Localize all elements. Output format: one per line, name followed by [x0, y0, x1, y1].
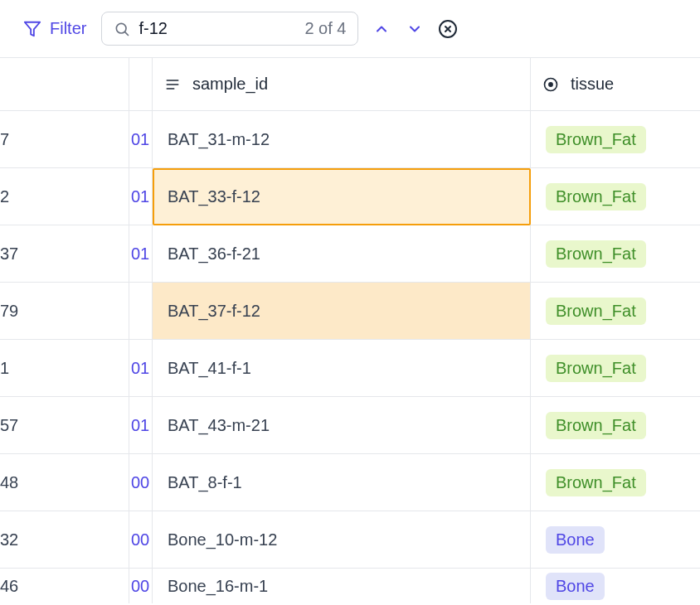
header-label-sample-id: sample_id — [192, 75, 268, 94]
cell-col1[interactable]: 48 — [0, 454, 129, 511]
header-cell-blank-1 — [0, 58, 129, 111]
tissue-tag: Brown_Fat — [546, 126, 646, 153]
cell-sample-id[interactable]: BAT_31-m-12 — [153, 111, 531, 168]
svg-line-2 — [125, 31, 129, 35]
cell-sample-id[interactable]: BAT_37-f-12 — [153, 283, 531, 340]
header-label-tissue: tissue — [571, 75, 614, 94]
tissue-tag: Brown_Fat — [546, 183, 646, 211]
cell-tissue[interactable]: Brown_Fat — [531, 111, 700, 168]
cell-tissue[interactable]: Bone — [531, 569, 700, 603]
cell-sample-id[interactable]: BAT_8-f-1 — [153, 454, 531, 511]
cell-col1[interactable]: 32 — [0, 511, 129, 569]
tissue-tag: Brown_Fat — [546, 240, 646, 268]
cell-tissue[interactable]: Brown_Fat — [531, 340, 700, 397]
search-result-count: 2 of 4 — [304, 19, 346, 38]
search-icon — [114, 21, 130, 37]
cell-sample-id[interactable]: BAT_36-f-21 — [153, 225, 531, 283]
tissue-tag: Brown_Fat — [546, 412, 646, 439]
cell-tissue[interactable]: Brown_Fat — [531, 168, 700, 225]
category-column-icon — [542, 76, 559, 93]
text-column-icon — [164, 76, 181, 93]
cell-col2[interactable]: 01 — [129, 397, 153, 454]
cell-sample-id[interactable]: BAT_43-m-21 — [153, 397, 531, 454]
cell-col1[interactable]: 57 — [0, 397, 129, 454]
cell-col2[interactable]: 00 — [129, 511, 153, 569]
svg-point-10 — [549, 82, 552, 85]
search-nav — [373, 21, 423, 37]
cell-sample-id[interactable]: Bone_10-m-12 — [153, 511, 531, 569]
search-next-button[interactable] — [406, 21, 423, 37]
cell-col1[interactable]: 37 — [0, 225, 129, 283]
filter-label: Filter — [50, 19, 86, 38]
tissue-tag: Brown_Fat — [546, 298, 646, 325]
cell-col2[interactable]: 00 — [129, 454, 153, 511]
cell-col2[interactable]: 00 — [129, 569, 153, 603]
cell-col1[interactable]: 7 — [0, 111, 129, 168]
toolbar: Filter 2 of 4 — [0, 0, 700, 58]
header-cell-blank-2 — [129, 58, 153, 111]
tissue-tag: Bone — [546, 526, 605, 554]
tissue-tag: Brown_Fat — [546, 469, 646, 496]
close-search-button[interactable] — [438, 19, 458, 39]
cell-col1[interactable]: 79 — [0, 283, 129, 340]
cell-col2[interactable] — [129, 283, 153, 340]
cell-tissue[interactable]: Brown_Fat — [531, 397, 700, 454]
cell-col2[interactable]: 01 — [129, 225, 153, 283]
svg-marker-0 — [25, 22, 40, 36]
filter-icon — [23, 20, 41, 38]
svg-point-1 — [117, 23, 127, 33]
cell-tissue[interactable]: Brown_Fat — [531, 283, 700, 340]
cell-tissue[interactable]: Brown_Fat — [531, 454, 700, 511]
search-prev-button[interactable] — [373, 21, 390, 37]
cell-sample-id[interactable]: BAT_33-f-12 — [153, 168, 531, 225]
cell-col2[interactable]: 01 — [129, 340, 153, 397]
header-cell-sample-id[interactable]: sample_id — [153, 58, 531, 111]
cell-col2[interactable]: 01 — [129, 168, 153, 225]
cell-col1[interactable]: 1 — [0, 340, 129, 397]
cell-tissue[interactable]: Bone — [531, 511, 700, 569]
cell-col1[interactable]: 46 — [0, 569, 129, 603]
tissue-tag: Brown_Fat — [546, 355, 646, 382]
filter-button[interactable]: Filter — [23, 19, 86, 38]
chevron-down-icon — [406, 21, 423, 37]
cell-col2[interactable]: 01 — [129, 111, 153, 168]
header-cell-tissue[interactable]: tissue — [531, 58, 700, 111]
chevron-up-icon — [373, 21, 390, 37]
search-box[interactable]: 2 of 4 — [101, 12, 358, 46]
cell-sample-id[interactable]: BAT_41-f-1 — [153, 340, 531, 397]
data-table: sample_id tissue 701BAT_31-m-12Brown_Fat… — [0, 58, 700, 603]
search-input[interactable] — [139, 19, 296, 38]
cell-sample-id[interactable]: Bone_16-m-1 — [153, 569, 531, 603]
cell-tissue[interactable]: Brown_Fat — [531, 225, 700, 283]
cell-col1[interactable]: 2 — [0, 168, 129, 225]
close-circle-icon — [438, 19, 458, 39]
tissue-tag: Bone — [546, 573, 605, 600]
